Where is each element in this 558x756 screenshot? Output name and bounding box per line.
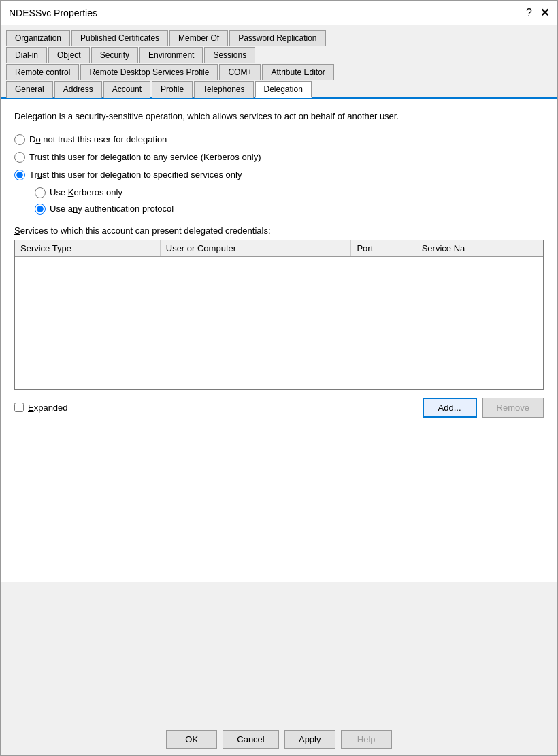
delegation-description: Delegation is a security-sensitive opera… (14, 110, 544, 123)
col-service-type: Service Type (15, 240, 160, 257)
radio-trust-any-service-input[interactable] (14, 152, 25, 163)
help-icon[interactable]: ? (526, 7, 532, 19)
tab-com-plus[interactable]: COM+ (219, 64, 261, 80)
radio-kerberos-only[interactable]: Use Kerberos only (35, 187, 544, 198)
trust-radio-group: Do not trust this user for delegation Tr… (14, 134, 544, 215)
tab-row-2: Dial-in Object Security Environment Sess… (6, 46, 552, 62)
col-port: Port (351, 240, 416, 257)
apply-button[interactable]: Apply (284, 730, 335, 749)
radio-any-auth-protocol[interactable]: Use any authentication protocol (35, 204, 544, 215)
tab-object[interactable]: Object (48, 47, 90, 63)
tab-profile[interactable]: Profile (152, 81, 193, 98)
properties-dialog: NDESSvc Properties ? ✕ Organization Publ… (0, 0, 558, 756)
tab-row-3: Remote control Remote Desktop Services P… (6, 63, 552, 79)
delegated-credentials-label: Services to which this account can prese… (14, 225, 544, 236)
services-table-container[interactable]: Service Type User or Computer Port Servi… (14, 240, 544, 390)
col-service-name: Service Na (416, 240, 543, 257)
tab-remote-desktop-services-profile[interactable]: Remote Desktop Services Profile (80, 64, 218, 80)
expanded-checkbox[interactable] (14, 403, 24, 412)
radio-any-auth-protocol-input[interactable] (35, 204, 46, 215)
window-title: NDESSvc Properties (9, 7, 97, 18)
tab-account[interactable]: Account (103, 81, 150, 98)
tab-password-replication[interactable]: Password Replication (229, 30, 325, 46)
bottom-row: Expanded Add... Remove (14, 398, 544, 418)
radio-trust-any-service[interactable]: Trust this user for delegation to any se… (14, 152, 544, 163)
radio-trust-specified-services[interactable]: Trust this user for delegation to specif… (14, 170, 544, 180)
tab-general[interactable]: General (6, 81, 53, 98)
add-remove-buttons: Add... Remove (423, 398, 544, 418)
expanded-checkbox-label[interactable]: Expanded (14, 403, 68, 413)
tab-sessions[interactable]: Sessions (204, 47, 255, 63)
tab-organization[interactable]: Organization (6, 30, 70, 46)
tab-remote-control[interactable]: Remote control (6, 64, 79, 80)
tab-address[interactable]: Address (54, 81, 102, 98)
footer: OK Cancel Apply Help (1, 723, 557, 755)
tab-published-certificates[interactable]: Published Certificates (71, 30, 168, 46)
add-button[interactable]: Add... (423, 398, 477, 418)
radio-kerberos-only-input[interactable] (35, 187, 46, 198)
title-bar: NDESSvc Properties ? ✕ (1, 1, 557, 25)
help-button[interactable]: Help (341, 730, 392, 749)
tab-security[interactable]: Security (91, 47, 138, 63)
tab-member-of[interactable]: Member Of (169, 30, 228, 46)
tab-telephones[interactable]: Telephones (194, 81, 253, 98)
tab-content-delegation: Delegation is a security-sensitive opera… (1, 99, 557, 582)
close-button[interactable]: ✕ (540, 6, 549, 19)
tab-environment[interactable]: Environment (140, 47, 203, 63)
services-table: Service Type User or Computer Port Servi… (15, 240, 543, 257)
tab-dial-in[interactable]: Dial-in (6, 47, 47, 63)
sub-radio-group: Use Kerberos only Use any authentication… (35, 187, 544, 215)
tab-attribute-editor[interactable]: Attribute Editor (262, 64, 333, 80)
remove-button[interactable]: Remove (482, 398, 544, 418)
tab-row-1: Organization Published Certificates Memb… (6, 29, 552, 45)
ok-button[interactable]: OK (166, 730, 217, 749)
tabs-container: Organization Published Certificates Memb… (1, 25, 557, 99)
title-bar-controls: ? ✕ (526, 6, 549, 19)
cancel-button[interactable]: Cancel (223, 730, 278, 749)
radio-trust-specified-services-input[interactable] (14, 170, 25, 180)
radio-do-not-trust-input[interactable] (14, 134, 25, 145)
tab-delegation[interactable]: Delegation (255, 81, 312, 98)
col-user-or-computer: User or Computer (160, 240, 351, 257)
tab-row-4: General Address Account Profile Telephon… (6, 80, 552, 97)
radio-do-not-trust[interactable]: Do not trust this user for delegation (14, 134, 544, 145)
